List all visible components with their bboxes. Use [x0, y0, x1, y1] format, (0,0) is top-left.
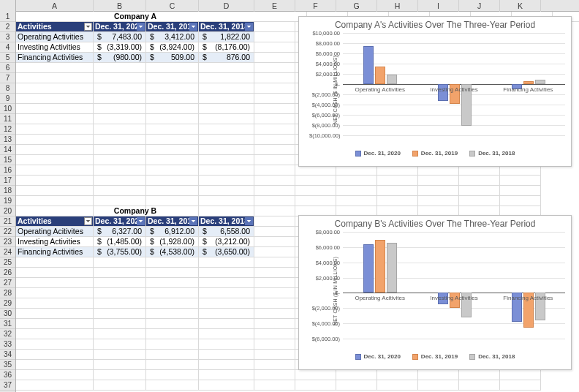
cell[interactable] — [254, 339, 295, 350]
row-header[interactable]: 24 — [0, 247, 15, 257]
cell[interactable] — [254, 176, 295, 186]
value-cell[interactable]: $876.00 — [199, 53, 254, 63]
cell[interactable] — [418, 370, 459, 380]
row-header[interactable]: 1 — [0, 12, 15, 22]
filter-dropdown-icon[interactable] — [137, 217, 145, 225]
cell[interactable] — [500, 176, 541, 186]
cell[interactable] — [199, 298, 254, 309]
row-header[interactable]: 18 — [0, 186, 15, 196]
cell[interactable]: Dec. 31, 2020 — [94, 216, 146, 227]
row-header[interactable]: 11 — [0, 114, 15, 124]
cell[interactable] — [254, 53, 295, 63]
cell[interactable] — [16, 278, 94, 288]
cell[interactable] — [199, 94, 254, 104]
cell[interactable] — [146, 309, 199, 319]
cell[interactable] — [94, 124, 146, 135]
cell[interactable] — [94, 63, 146, 73]
cell[interactable] — [254, 268, 295, 278]
cell[interactable] — [146, 257, 199, 268]
cell[interactable] — [254, 360, 295, 370]
cell[interactable] — [418, 196, 459, 206]
cell[interactable] — [16, 135, 94, 145]
filter-dropdown-icon[interactable] — [189, 23, 197, 31]
cell[interactable] — [199, 329, 254, 339]
cell[interactable] — [94, 114, 146, 124]
cell[interactable] — [254, 216, 295, 227]
cell[interactable] — [199, 350, 254, 360]
cell[interactable] — [16, 350, 94, 360]
row-header[interactable]: 29 — [0, 298, 15, 309]
cell[interactable] — [254, 22, 295, 32]
value-cell[interactable]: $(4,538.00) — [146, 247, 199, 257]
cell[interactable] — [94, 309, 146, 319]
cell[interactable] — [336, 186, 377, 196]
cell[interactable] — [16, 268, 94, 278]
value-cell[interactable]: $7,483.00 — [94, 32, 146, 42]
value-cell[interactable]: $(3,755.00) — [94, 247, 146, 257]
cell[interactable] — [94, 278, 146, 288]
cell[interactable] — [254, 309, 295, 319]
cell[interactable] — [199, 370, 254, 380]
row-header[interactable]: 16 — [0, 165, 15, 176]
cell[interactable] — [199, 360, 254, 370]
chart-company-b[interactable]: Company B's Activities Over The Three-Ye… — [298, 215, 572, 370]
row-header[interactable]: 9 — [0, 94, 15, 104]
row-header[interactable]: 7 — [0, 73, 15, 83]
cell[interactable] — [16, 298, 94, 309]
cell[interactable]: Dec. 31, 2019 — [146, 22, 199, 32]
cell[interactable] — [146, 114, 199, 124]
cell[interactable] — [146, 350, 199, 360]
row-header[interactable]: 26 — [0, 268, 15, 278]
filter-dropdown-icon[interactable] — [137, 23, 145, 31]
column-header[interactable]: E — [254, 0, 295, 12]
cell[interactable] — [500, 370, 541, 380]
column-header[interactable]: H — [377, 0, 418, 12]
cell[interactable] — [94, 196, 146, 206]
cell[interactable] — [16, 319, 94, 329]
row-header[interactable]: 37 — [0, 380, 15, 391]
cell[interactable] — [199, 165, 254, 176]
cell[interactable] — [199, 186, 254, 196]
cell[interactable] — [94, 155, 146, 165]
cell[interactable] — [16, 155, 94, 165]
cell[interactable] — [336, 176, 377, 186]
cell[interactable] — [146, 268, 199, 278]
cell[interactable] — [94, 288, 146, 298]
row-header[interactable]: 32 — [0, 329, 15, 339]
cell[interactable] — [459, 370, 500, 380]
filter-dropdown-icon[interactable] — [84, 23, 92, 31]
cell[interactable] — [16, 257, 94, 268]
cell[interactable] — [146, 165, 199, 176]
cell[interactable] — [254, 32, 295, 42]
cell[interactable] — [500, 380, 541, 391]
cell[interactable] — [146, 63, 199, 73]
column-header[interactable]: K — [500, 0, 541, 12]
cell[interactable] — [94, 145, 146, 155]
cell[interactable] — [199, 155, 254, 165]
row-header[interactable]: 35 — [0, 360, 15, 370]
cell[interactable]: Activities — [16, 22, 94, 32]
value-cell[interactable]: $(980.00) — [94, 53, 146, 63]
row-header[interactable]: 2 — [0, 22, 15, 32]
cell[interactable] — [199, 319, 254, 329]
cell[interactable] — [254, 380, 295, 391]
cell[interactable] — [254, 94, 295, 104]
cell[interactable] — [459, 380, 500, 391]
cell[interactable] — [94, 350, 146, 360]
cell[interactable] — [16, 288, 94, 298]
cell[interactable]: Dec. 31, 2020 — [94, 22, 146, 32]
value-cell[interactable]: $(3,319.00) — [94, 42, 146, 53]
cell[interactable] — [254, 288, 295, 298]
cell[interactable] — [377, 370, 418, 380]
cell[interactable] — [199, 278, 254, 288]
cell[interactable] — [295, 196, 336, 206]
cell[interactable] — [146, 329, 199, 339]
cell[interactable] — [377, 186, 418, 196]
cell[interactable] — [254, 186, 295, 196]
cell[interactable] — [377, 196, 418, 206]
cell[interactable] — [94, 380, 146, 391]
cell[interactable] — [16, 73, 94, 83]
cell[interactable] — [459, 186, 500, 196]
column-header[interactable]: D — [199, 0, 254, 12]
row-label[interactable]: Financing Activities — [16, 247, 94, 257]
